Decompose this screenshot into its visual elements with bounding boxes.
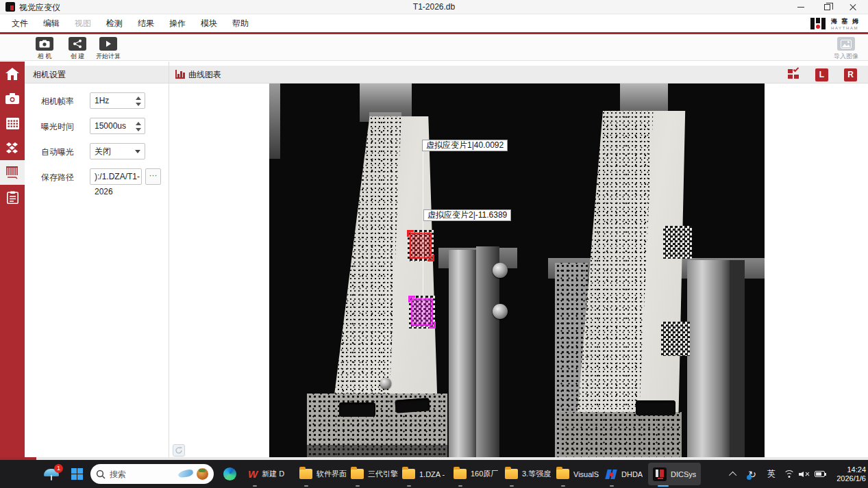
taskbar-app-label: DHDA (621, 470, 643, 478)
import-image-label: 导入图像 (834, 52, 858, 61)
sidebar-item-strain-gauge[interactable] (0, 160, 25, 185)
camera-tool-button[interactable]: 相 机 (36, 37, 53, 61)
wifi-tray-button[interactable] (781, 460, 797, 488)
virtual-gauge-1-marker[interactable] (410, 233, 432, 259)
search-icon (96, 470, 106, 479)
right-camera-image[interactable] (517, 84, 765, 457)
minimize-button[interactable] (789, 0, 813, 14)
exposure-row: 曝光时间 15000us (25, 118, 169, 134)
sync-tray-icon[interactable]: ↻ (744, 460, 760, 488)
edge-browser-button[interactable] (221, 460, 238, 488)
lower-clamp (560, 412, 682, 457)
side-rail-outer (476, 246, 499, 457)
create-tool-label: 创 建 (71, 52, 85, 61)
haytham-logo: 海 塞 姆 HAYTHAM (810, 16, 865, 31)
taskbar-app-dhda[interactable]: DHDA (600, 463, 647, 485)
title-bar: 视觉应变仪 T1-2026.db (0, 0, 868, 14)
menu-detect[interactable]: 检测 (99, 14, 130, 32)
windows-icon (71, 468, 83, 480)
image-icon (837, 37, 855, 51)
taskbar-app-dicsys[interactable]: DICSys (648, 463, 701, 485)
report-icon (7, 191, 18, 204)
close-button[interactable] (841, 0, 865, 14)
spinner-up-icon[interactable] (136, 122, 141, 125)
close-icon (849, 3, 857, 12)
auto-exposure-label: 自动曝光 (41, 146, 74, 158)
gauge-connector-line (423, 151, 423, 322)
running-indicator (610, 485, 614, 487)
sidebar-item-camera[interactable] (0, 86, 25, 111)
taskbar-app-label: 新建 D (262, 469, 284, 479)
taskbar-app-wps[interactable]: W 新建 D (243, 463, 289, 485)
bolt (493, 263, 508, 278)
start-button[interactable] (69, 460, 85, 488)
menu-view: 视图 (67, 14, 99, 32)
tray-expand-button[interactable] (726, 460, 741, 488)
right-camera-button[interactable]: R (844, 68, 857, 81)
taskbar-clock[interactable]: 14:24 2026/1/6 (829, 460, 866, 488)
taskbar-app-folder-4[interactable]: 160原厂 (449, 463, 503, 485)
clamp-slot (636, 400, 675, 415)
running-indicator (253, 485, 257, 487)
basket-icon (197, 468, 208, 480)
camera-settings-panel: 相机设置 相机帧率 1Hz 曝光时间 15000us 自动曝光 关闭 保存路径 (25, 62, 169, 457)
start-calc-button[interactable]: 开始计算 (96, 37, 121, 61)
tray-umbrella-app[interactable]: 1 (41, 460, 62, 488)
left-icon-sidebar (0, 62, 25, 460)
document-title: T1-2026.db (0, 2, 868, 12)
restore-button[interactable] (815, 0, 839, 14)
minimize-icon (797, 7, 804, 8)
taskbar-app-label: 三代引擎 (368, 469, 398, 479)
taskbar-app-folder-5[interactable]: 3.等强度 (500, 463, 556, 485)
frame-rate-spinner[interactable] (136, 95, 142, 107)
layout-toggle-icon[interactable] (788, 69, 799, 79)
search-input[interactable] (110, 470, 173, 479)
volume-tray-button[interactable] (796, 460, 813, 488)
sidebar-item-report[interactable] (0, 185, 25, 209)
taskbar-app-folder-6[interactable]: VisualS (551, 463, 604, 485)
refresh-button[interactable] (173, 444, 185, 457)
qr-marker-1 (663, 226, 692, 259)
wps-icon: W (248, 468, 258, 480)
frame-rate-input[interactable]: 1Hz (90, 92, 145, 109)
restore-icon (824, 4, 830, 10)
taskbar-app-folder-2[interactable]: 三代引擎 (346, 463, 403, 485)
import-image-button: 导入图像 (834, 37, 858, 61)
menu-result[interactable]: 结果 (130, 14, 162, 32)
input-language-indicator[interactable]: 英 (763, 460, 780, 488)
save-path-input[interactable]: ):/1.DZA/T1-2026 (90, 168, 142, 185)
folder-icon (402, 469, 415, 479)
spinner-up-icon[interactable] (136, 97, 141, 100)
auto-exposure-select[interactable]: 关闭 (90, 143, 145, 159)
folder-icon (351, 469, 364, 479)
menu-edit[interactable]: 编辑 (36, 14, 67, 32)
sidebar-item-grid[interactable] (0, 111, 25, 136)
folder-icon (454, 469, 467, 479)
menu-help[interactable]: 帮助 (225, 14, 256, 32)
battery-tray-button[interactable] (811, 460, 828, 488)
taskbar-app-folder-3[interactable]: 1.DZA - (397, 463, 449, 485)
running-indicator (356, 485, 360, 487)
taskbar-app-folder-1[interactable]: 软件界面 (295, 463, 351, 485)
taskbar-app-label: 3.等强度 (522, 469, 551, 479)
sidebar-item-speckle[interactable] (0, 136, 25, 160)
left-camera-button[interactable]: L (815, 68, 828, 81)
spinner-down-icon[interactable] (136, 103, 141, 106)
qr-marker-2 (661, 322, 690, 356)
feather-icon (177, 468, 194, 478)
windows-taskbar: 1 W 新建 D 软件界面 三代引擎 1.DZA - (0, 460, 868, 488)
menu-file[interactable]: 文件 (4, 14, 36, 32)
spinner-down-icon[interactable] (136, 128, 141, 131)
browse-button[interactable]: ··· (145, 168, 161, 185)
menu-operate[interactable]: 操作 (162, 14, 193, 32)
exposure-spinner[interactable] (136, 120, 142, 133)
viewer-title: 曲线图表 (188, 66, 221, 84)
taskbar-search[interactable] (90, 464, 214, 484)
virtual-gauge-2-marker[interactable] (411, 298, 433, 326)
sidebar-item-home[interactable] (0, 62, 25, 86)
menu-module[interactable]: 模块 (193, 14, 225, 32)
virtual-gauge-1-annotation: 虚拟应变片1|40.0092 (422, 140, 508, 151)
exposure-input[interactable]: 15000us (90, 118, 145, 134)
camera-image-pair[interactable] (269, 84, 765, 457)
create-tool-button[interactable]: 创 建 (69, 37, 86, 61)
